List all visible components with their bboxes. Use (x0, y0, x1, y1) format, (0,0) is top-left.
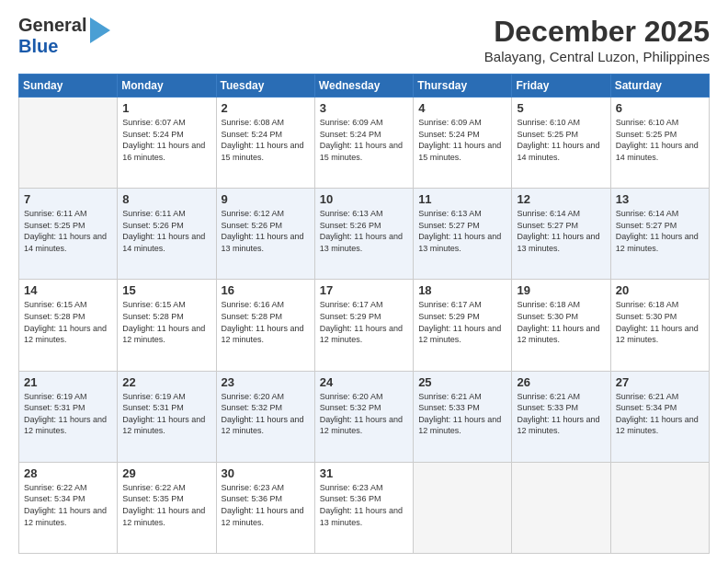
day-number: 24 (320, 375, 408, 389)
day-info: Sunrise: 6:15 AM Sunset: 5:28 PM Dayligh… (24, 299, 112, 345)
day-number: 9 (222, 192, 310, 206)
day-number: 16 (222, 283, 310, 297)
day-number: 27 (616, 375, 704, 389)
table-row: 2Sunrise: 6:08 AM Sunset: 5:24 PM Daylig… (216, 98, 314, 189)
table-row (610, 462, 709, 553)
table-row: 8Sunrise: 6:11 AM Sunset: 5:26 PM Daylig… (118, 189, 216, 280)
day-number: 30 (222, 466, 310, 480)
day-number: 10 (320, 192, 408, 206)
day-info: Sunrise: 6:10 AM Sunset: 5:25 PM Dayligh… (616, 117, 704, 163)
table-row: 4Sunrise: 6:09 AM Sunset: 5:24 PM Daylig… (414, 98, 512, 189)
day-info: Sunrise: 6:11 AM Sunset: 5:26 PM Dayligh… (122, 208, 210, 254)
day-info: Sunrise: 6:22 AM Sunset: 5:35 PM Dayligh… (122, 482, 210, 528)
calendar-week-row: 28Sunrise: 6:22 AM Sunset: 5:34 PM Dayli… (19, 462, 710, 553)
day-number: 11 (418, 192, 506, 206)
day-info: Sunrise: 6:15 AM Sunset: 5:28 PM Dayligh… (122, 299, 210, 345)
day-number: 31 (320, 466, 408, 480)
table-row: 9Sunrise: 6:12 AM Sunset: 5:26 PM Daylig… (216, 189, 314, 280)
table-row: 15Sunrise: 6:15 AM Sunset: 5:28 PM Dayli… (118, 280, 216, 371)
table-row: 20Sunrise: 6:18 AM Sunset: 5:30 PM Dayli… (610, 280, 709, 371)
table-row: 17Sunrise: 6:17 AM Sunset: 5:29 PM Dayli… (314, 280, 413, 371)
table-row: 30Sunrise: 6:23 AM Sunset: 5:36 PM Dayli… (216, 462, 314, 553)
table-row: 22Sunrise: 6:19 AM Sunset: 5:31 PM Dayli… (118, 371, 216, 462)
day-number: 8 (122, 192, 210, 206)
calendar-week-row: 21Sunrise: 6:19 AM Sunset: 5:31 PM Dayli… (19, 371, 710, 462)
day-info: Sunrise: 6:08 AM Sunset: 5:24 PM Dayligh… (222, 117, 310, 163)
header-sunday: Sunday (19, 75, 118, 98)
day-number: 19 (517, 283, 605, 297)
day-number: 13 (616, 192, 704, 206)
day-info: Sunrise: 6:20 AM Sunset: 5:32 PM Dayligh… (320, 391, 408, 437)
header-friday: Friday (512, 75, 610, 98)
day-number: 5 (517, 101, 605, 115)
day-info: Sunrise: 6:17 AM Sunset: 5:29 PM Dayligh… (418, 299, 506, 345)
day-number: 4 (418, 101, 506, 115)
day-info: Sunrise: 6:07 AM Sunset: 5:24 PM Dayligh… (122, 117, 210, 163)
table-row: 29Sunrise: 6:22 AM Sunset: 5:35 PM Dayli… (118, 462, 216, 553)
table-row: 13Sunrise: 6:14 AM Sunset: 5:27 PM Dayli… (610, 189, 709, 280)
header-wednesday: Wednesday (314, 75, 413, 98)
table-row: 28Sunrise: 6:22 AM Sunset: 5:34 PM Dayli… (19, 462, 118, 553)
table-row: 24Sunrise: 6:20 AM Sunset: 5:32 PM Dayli… (314, 371, 413, 462)
day-info: Sunrise: 6:20 AM Sunset: 5:32 PM Dayligh… (222, 391, 310, 437)
header-thursday: Thursday (414, 75, 512, 98)
table-row (19, 98, 118, 189)
day-number: 2 (222, 101, 310, 115)
day-number: 26 (517, 375, 605, 389)
table-row: 31Sunrise: 6:23 AM Sunset: 5:36 PM Dayli… (314, 462, 413, 553)
table-row: 23Sunrise: 6:20 AM Sunset: 5:32 PM Dayli… (216, 371, 314, 462)
day-info: Sunrise: 6:17 AM Sunset: 5:29 PM Dayligh… (320, 299, 408, 345)
table-row: 26Sunrise: 6:21 AM Sunset: 5:33 PM Dayli… (512, 371, 610, 462)
day-info: Sunrise: 6:21 AM Sunset: 5:34 PM Dayligh… (616, 391, 704, 437)
calendar-subtitle: Balayang, Central Luzon, Philippines (484, 49, 710, 64)
table-row: 16Sunrise: 6:16 AM Sunset: 5:28 PM Dayli… (216, 280, 314, 371)
calendar-week-row: 1Sunrise: 6:07 AM Sunset: 5:24 PM Daylig… (19, 98, 710, 189)
day-number: 28 (24, 466, 112, 480)
day-number: 1 (122, 101, 210, 115)
table-row (414, 462, 512, 553)
day-number: 18 (418, 283, 506, 297)
day-number: 14 (24, 283, 112, 297)
table-row: 10Sunrise: 6:13 AM Sunset: 5:26 PM Dayli… (314, 189, 413, 280)
header-saturday: Saturday (610, 75, 709, 98)
page: General Blue December 2025 Balayang, Cen… (0, 0, 728, 563)
table-row: 18Sunrise: 6:17 AM Sunset: 5:29 PM Dayli… (414, 280, 512, 371)
day-info: Sunrise: 6:23 AM Sunset: 5:36 PM Dayligh… (222, 482, 310, 528)
day-number: 22 (122, 375, 210, 389)
day-number: 6 (616, 101, 704, 115)
day-number: 17 (320, 283, 408, 297)
day-number: 12 (517, 192, 605, 206)
table-row: 14Sunrise: 6:15 AM Sunset: 5:28 PM Dayli… (19, 280, 118, 371)
calendar-week-row: 14Sunrise: 6:15 AM Sunset: 5:28 PM Dayli… (19, 280, 710, 371)
table-row: 19Sunrise: 6:18 AM Sunset: 5:30 PM Dayli… (512, 280, 610, 371)
title-block: December 2025 Balayang, Central Luzon, P… (484, 15, 710, 64)
table-row: 7Sunrise: 6:11 AM Sunset: 5:25 PM Daylig… (19, 189, 118, 280)
day-info: Sunrise: 6:14 AM Sunset: 5:27 PM Dayligh… (517, 208, 605, 254)
table-row (512, 462, 610, 553)
day-info: Sunrise: 6:14 AM Sunset: 5:27 PM Dayligh… (616, 208, 704, 254)
day-number: 23 (222, 375, 310, 389)
calendar-title: December 2025 (484, 15, 710, 49)
day-info: Sunrise: 6:09 AM Sunset: 5:24 PM Dayligh… (320, 117, 408, 163)
day-info: Sunrise: 6:18 AM Sunset: 5:30 PM Dayligh… (616, 299, 704, 345)
logo: General Blue (18, 15, 110, 57)
day-number: 25 (418, 375, 506, 389)
table-row: 25Sunrise: 6:21 AM Sunset: 5:33 PM Dayli… (414, 371, 512, 462)
day-number: 7 (24, 192, 112, 206)
header-tuesday: Tuesday (216, 75, 314, 98)
day-info: Sunrise: 6:21 AM Sunset: 5:33 PM Dayligh… (418, 391, 506, 437)
day-info: Sunrise: 6:12 AM Sunset: 5:26 PM Dayligh… (222, 208, 310, 254)
logo-blue: Blue (18, 36, 58, 56)
day-info: Sunrise: 6:13 AM Sunset: 5:26 PM Dayligh… (320, 208, 408, 254)
day-info: Sunrise: 6:23 AM Sunset: 5:36 PM Dayligh… (320, 482, 408, 528)
day-number: 20 (616, 283, 704, 297)
table-row: 3Sunrise: 6:09 AM Sunset: 5:24 PM Daylig… (314, 98, 413, 189)
day-info: Sunrise: 6:18 AM Sunset: 5:30 PM Dayligh… (517, 299, 605, 345)
table-row: 11Sunrise: 6:13 AM Sunset: 5:27 PM Dayli… (414, 189, 512, 280)
day-info: Sunrise: 6:22 AM Sunset: 5:34 PM Dayligh… (24, 482, 112, 528)
day-info: Sunrise: 6:11 AM Sunset: 5:25 PM Dayligh… (24, 208, 112, 254)
table-row: 21Sunrise: 6:19 AM Sunset: 5:31 PM Dayli… (19, 371, 118, 462)
weekday-header-row: Sunday Monday Tuesday Wednesday Thursday… (19, 75, 710, 98)
logo-general: General (18, 15, 86, 35)
day-info: Sunrise: 6:10 AM Sunset: 5:25 PM Dayligh… (517, 117, 605, 163)
